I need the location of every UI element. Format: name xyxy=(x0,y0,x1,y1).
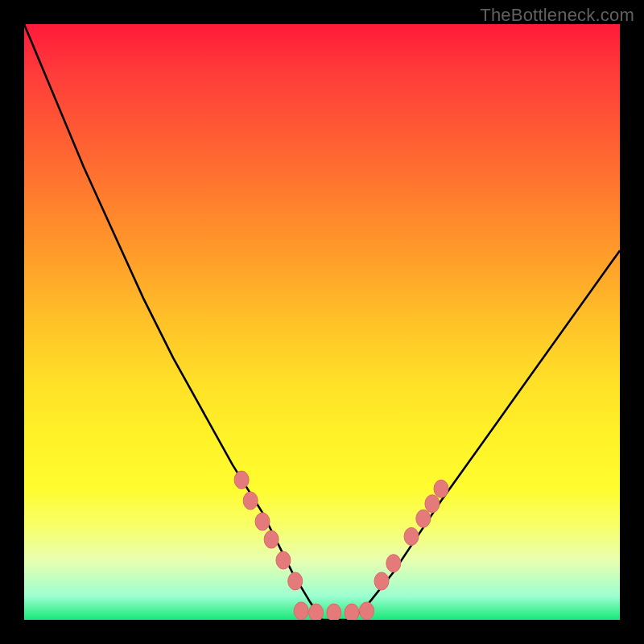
right-marker-5 xyxy=(425,495,440,513)
right-marker-6 xyxy=(434,480,448,497)
left-marker-4 xyxy=(264,530,279,548)
plot-area xyxy=(24,24,620,620)
right-marker-4 xyxy=(416,510,431,527)
right-marker-3 xyxy=(404,527,419,545)
left-marker-1 xyxy=(234,471,249,489)
bottleneck-curve-path xyxy=(24,24,620,620)
markers-group xyxy=(234,471,448,620)
bottom-marker-4 xyxy=(345,604,359,620)
left-marker-6 xyxy=(288,572,303,590)
right-marker-1 xyxy=(374,572,389,590)
bottom-marker-5 xyxy=(360,602,374,620)
chart-frame: TheBottleneck.com xyxy=(0,0,644,644)
right-marker-2 xyxy=(386,555,401,572)
chart-svg xyxy=(24,24,620,620)
bottom-marker-2 xyxy=(309,604,324,620)
bottom-marker-1 xyxy=(294,602,308,620)
bottom-marker-3 xyxy=(327,604,341,620)
left-marker-3 xyxy=(255,513,270,530)
left-marker-2 xyxy=(243,492,258,510)
watermark-text: TheBottleneck.com xyxy=(480,5,634,26)
left-marker-5 xyxy=(276,551,291,569)
